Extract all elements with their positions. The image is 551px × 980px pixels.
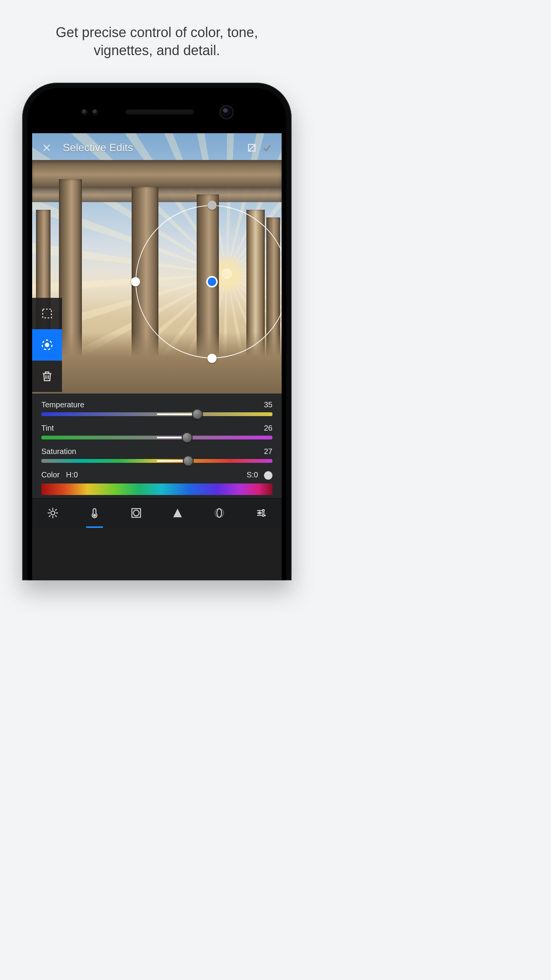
screen-title: Selective Edits [63, 142, 244, 154]
app-screen: Selective Edits [32, 133, 282, 580]
adjust-icon[interactable] [249, 501, 272, 524]
svg-point-8 [217, 509, 222, 518]
tint-row: Tint 26 [41, 424, 272, 439]
confirm-check-icon[interactable] [259, 140, 275, 155]
color-picker-label: Color H:0 [41, 470, 78, 479]
temperature-value: 35 [264, 400, 272, 409]
svg-point-4 [51, 511, 55, 515]
color-panel: Temperature 35 Tint 26 [32, 394, 282, 498]
compare-box-icon[interactable] [244, 140, 259, 155]
rectangle-select-tool[interactable] [32, 298, 62, 329]
tint-value: 26 [264, 424, 272, 433]
headline-line2: vignettes, and detail. [94, 42, 220, 58]
radial-handle-top[interactable] [207, 201, 217, 210]
svg-point-9 [215, 509, 224, 518]
svg-rect-1 [43, 309, 52, 318]
radial-select-tool[interactable] [32, 329, 62, 361]
light-icon[interactable] [41, 501, 64, 524]
color-sat-readout: S:0 [246, 470, 272, 480]
close-icon[interactable] [39, 140, 54, 155]
lens-icon[interactable] [208, 501, 231, 524]
saturation-label: Saturation [41, 447, 76, 456]
marketing-headline: Get precise control of color, tone, vign… [0, 0, 314, 60]
temperature-row: Temperature 35 [41, 400, 272, 416]
hue-slider[interactable] [41, 483, 272, 495]
tint-label: Tint [41, 424, 54, 433]
saturation-slider[interactable] [41, 459, 272, 463]
temperature-label: Temperature [41, 400, 84, 409]
headline-line1: Get precise control of color, tone, [56, 24, 258, 40]
device-frame: Selective Edits [22, 83, 292, 580]
svg-point-5 [93, 514, 95, 516]
saturation-row: Saturation 27 [41, 447, 272, 463]
color-hue-readout: H:0 [66, 470, 78, 479]
edit-category-bar [32, 498, 282, 528]
color-temp-icon[interactable] [83, 501, 106, 524]
radial-handle-bottom[interactable] [207, 354, 217, 363]
delete-selection-tool[interactable] [32, 361, 62, 392]
photo-canvas[interactable]: Selective Edits [32, 133, 282, 394]
saturation-value: 27 [264, 447, 272, 456]
color-picker-row: Color H:0 S:0 [41, 470, 272, 495]
tint-slider[interactable] [41, 436, 272, 439]
radial-selection[interactable] [135, 205, 282, 358]
radial-handle-left[interactable] [131, 277, 140, 286]
color-swatch[interactable] [264, 471, 272, 480]
selection-toolstrip [32, 298, 62, 394]
vignette-icon[interactable] [125, 501, 148, 524]
radial-handle-center[interactable] [208, 278, 216, 286]
temperature-slider[interactable] [41, 412, 272, 416]
svg-point-10 [262, 510, 264, 511]
detail-icon[interactable] [166, 501, 189, 524]
svg-point-7 [133, 510, 139, 516]
svg-point-3 [45, 343, 49, 347]
device-sensors [28, 106, 286, 118]
app-bar: Selective Edits [32, 133, 282, 162]
